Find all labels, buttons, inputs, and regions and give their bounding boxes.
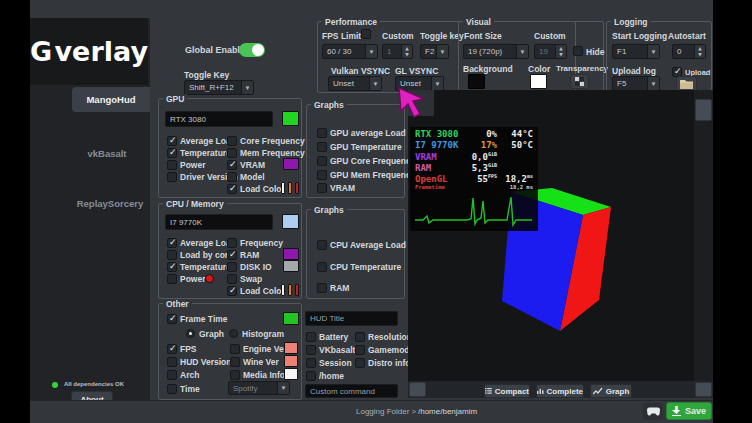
cpu-ram-color-swatch[interactable] [283,248,299,260]
sidebar-item-replaysorcery[interactable]: ReplaySorcery [72,198,148,209]
gpu-driver-version-checkbox[interactable] [167,172,177,182]
preview-vertical-scrollbar[interactable] [694,90,713,381]
graph-vram-checkbox[interactable] [317,183,327,193]
cpu-load-color-mid-swatch[interactable] [288,284,292,296]
cpu-disk-io-checkbox[interactable] [227,262,237,272]
time-checkbox[interactable] [167,384,177,394]
gpu-load-color-high-swatch[interactable] [295,182,299,194]
custom-font-spinner[interactable]: 19▲▼ [534,44,567,59]
gpu-vram-checkbox[interactable] [227,160,237,170]
gpu-load-color-checkbox[interactable] [227,184,237,194]
battery-checkbox[interactable] [306,332,316,342]
cpu-swap-checkbox[interactable] [227,274,237,284]
color-swatch[interactable] [530,74,547,89]
spin-down-icon[interactable]: ▼ [695,52,705,59]
cpu-temperature-checkbox[interactable] [167,262,177,272]
graph-ram-checkbox[interactable] [317,283,327,293]
engine-ver-color-swatch[interactable] [284,342,298,354]
wine-ver-checkbox[interactable] [230,357,240,367]
frame-time-checkbox[interactable] [167,314,177,324]
gpu-load-color-mid-swatch[interactable] [288,182,292,194]
sidebar-item-mangohud[interactable]: MangoHud [72,87,150,112]
hud-title-input[interactable] [305,311,398,326]
hide-checkbox[interactable] [573,46,583,56]
gamepad-button[interactable] [643,403,663,420]
cpu-text-color-swatch[interactable] [282,214,299,229]
graph-gpu-mem-frequency-checkbox[interactable] [317,170,327,180]
font-size-select[interactable]: 19 (720p)▼ [463,44,529,59]
spin-down-icon[interactable]: ▼ [402,52,412,59]
arch-checkbox[interactable] [167,370,177,380]
cpu-load-by-core-checkbox[interactable] [167,250,177,260]
graph-gpu-core-frequency-checkbox[interactable] [317,156,327,166]
gpu-name-input[interactable] [165,111,273,127]
scroll-right-button[interactable] [695,382,712,397]
fps-limit-checkbox[interactable] [361,29,371,39]
graph-gpu-temperature-checkbox[interactable] [317,142,327,152]
scroll-up-button[interactable] [695,99,712,121]
upload-log-select[interactable]: F5▼ [612,76,660,91]
hud-version-checkbox[interactable] [167,357,177,367]
cpu-load-color-checkbox[interactable] [227,286,237,296]
graph-radio[interactable] [186,329,195,338]
gpu-mem-frequency-checkbox[interactable] [227,148,237,158]
start-logging-select[interactable]: F1▼ [612,44,660,59]
autostart-spinner[interactable]: 0▲▼ [672,44,706,59]
logging-folder-path[interactable]: /home/benjamim [418,407,477,416]
toggle-key-select[interactable]: Shift_R+F12▼ [184,80,254,95]
global-enable-toggle[interactable] [239,43,265,57]
save-button[interactable]: Save [666,402,712,420]
custom-command-input[interactable] [305,384,398,398]
cpu-average-load-checkbox[interactable] [167,238,177,248]
gpu-temperature-checkbox[interactable] [167,148,177,158]
cpu-ram-checkbox[interactable] [227,250,237,260]
complete-view-button[interactable]: Complete [536,384,584,398]
fps-checkbox[interactable] [167,344,177,354]
session-checkbox[interactable] [306,358,316,368]
cpu-load-color-low-swatch[interactable] [281,284,285,296]
spin-down-icon[interactable]: ▼ [556,52,566,59]
cpu-power-checkbox[interactable] [167,274,177,284]
media-player-select[interactable]: Spotify▼ [228,381,290,395]
cpu-power-led-swatch[interactable] [205,274,214,283]
frame-time-color-swatch[interactable] [283,312,299,325]
graph-cpu-average-load-checkbox[interactable] [317,240,327,250]
resolution-checkbox[interactable] [355,332,365,342]
gpu-average-load-checkbox[interactable] [167,136,177,146]
sidebar-item-vkbasalt[interactable]: vkBasalt [72,148,142,159]
cpu-frequency-checkbox[interactable] [227,238,237,248]
media-info-checkbox[interactable] [230,370,240,380]
selected-value: F5 [613,79,647,88]
gpu-text-color-swatch[interactable] [282,111,299,126]
transparency-button[interactable] [570,74,589,89]
histogram-radio[interactable] [229,329,238,338]
gpu-load-color-low-swatch[interactable] [281,182,285,194]
fps-limit-select[interactable]: 60 / 30▼ [322,44,378,59]
graph-gpu-average-load-checkbox[interactable] [317,128,327,138]
engine-ver-checkbox[interactable] [230,344,240,354]
background-color-swatch[interactable] [468,74,485,89]
checkbox-label: Frequency [240,238,283,248]
cpu-load-color-high-swatch[interactable] [295,284,299,296]
graph-view-button[interactable]: Graph [590,384,632,398]
distro-info-checkbox[interactable] [355,358,365,368]
vulkan-vsync-select[interactable]: Unset▼ [328,76,382,91]
compact-view-button[interactable]: Compact [484,384,530,398]
scroll-left-button[interactable] [409,382,426,397]
gpu-core-frequency-checkbox[interactable] [227,136,237,146]
custom-fps-spinner[interactable]: 1▲▼ [382,44,413,59]
perf-toggle-key-select[interactable]: F2▼ [420,44,449,59]
wine-ver-color-swatch[interactable] [284,355,298,367]
cpu-disk-io-color-swatch[interactable] [283,260,299,272]
hud-ram-value: 5,3 [472,163,488,173]
media-info-color-swatch[interactable] [284,368,298,380]
gamemode-checkbox[interactable] [355,345,365,355]
gpu-power-checkbox[interactable] [167,160,177,170]
checkbox-label: Wine Ver [243,357,279,367]
vkbasalt-checkbox[interactable] [306,345,316,355]
gpu-model-checkbox[interactable] [227,172,237,182]
gpu-vram-color-swatch[interactable] [283,158,299,170]
graph-cpu-temperature-checkbox[interactable] [317,262,327,272]
cpu-name-input[interactable] [165,214,273,230]
home-checkbox[interactable] [306,371,316,381]
